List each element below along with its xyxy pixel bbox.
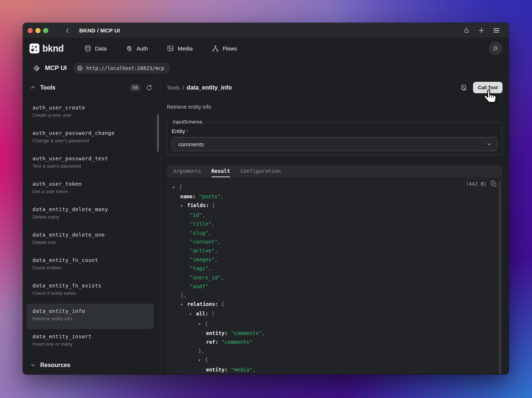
json-line: ], bbox=[172, 291, 497, 300]
json-line: ▼{ bbox=[172, 182, 497, 192]
tool-item[interactable]: auth_user_token Get a user token bbox=[27, 177, 154, 202]
json-line: "tags", bbox=[172, 264, 497, 273]
tool-description: Count entities bbox=[32, 265, 154, 270]
user-avatar[interactable]: D bbox=[489, 42, 502, 55]
tool-item[interactable]: auth_user_password_change Change a user'… bbox=[27, 126, 154, 151]
tool-description: Retrieve entity info bbox=[167, 104, 502, 110]
collapse-triangle-icon[interactable]: ▼ bbox=[189, 310, 196, 319]
server-url-pill[interactable]: http://localhost:28623/mcp bbox=[73, 63, 170, 74]
collapse-triangle-icon[interactable]: ▼ bbox=[172, 183, 179, 192]
nav-item-data[interactable]: Data bbox=[84, 45, 107, 52]
entity-field-label: Entity* bbox=[172, 128, 497, 134]
bell-off-icon[interactable] bbox=[460, 84, 468, 91]
tool-detail-header: Tools / data_entity_info Call Tool bbox=[160, 78, 509, 97]
json-line: "users_id", bbox=[172, 273, 497, 282]
json-line: entity: "media", bbox=[172, 365, 497, 374]
sidebar-scrollbar[interactable] bbox=[157, 114, 159, 152]
tool-name: auth_user_password_test bbox=[32, 156, 154, 161]
tool-name: data_entity_fn_exists bbox=[32, 283, 154, 289]
tool-item[interactable]: data_entity_fn_exists Check if entity ex… bbox=[27, 278, 154, 304]
image-icon bbox=[167, 45, 174, 52]
back-icon[interactable] bbox=[64, 27, 71, 34]
app-navbar: bknd Data Auth Media Flows D bbox=[23, 38, 509, 58]
breadcrumb-separator: / bbox=[182, 84, 184, 91]
fieldset-legend: InputSchema bbox=[171, 119, 204, 125]
result-scrollbar[interactable] bbox=[499, 181, 501, 374]
input-schema-fieldset: InputSchema Entity* comments bbox=[167, 122, 502, 155]
json-line: "asdf" bbox=[172, 282, 497, 291]
menu-icon[interactable] bbox=[493, 27, 500, 34]
json-line: "active", bbox=[172, 246, 497, 255]
close-window-button[interactable] bbox=[28, 28, 33, 33]
tool-description: Test a user's password bbox=[32, 163, 154, 169]
database-icon bbox=[84, 45, 91, 52]
tool-item[interactable]: data_entity_delete_one Delete one bbox=[27, 227, 154, 253]
new-tab-icon[interactable] bbox=[478, 27, 485, 34]
tool-item[interactable]: data_entity_info Retrieve entity info bbox=[27, 304, 154, 329]
tool-description: Insert one or many bbox=[32, 341, 154, 347]
tool-name: data_entity_fn_count bbox=[32, 257, 154, 263]
json-line: ▼all: [ bbox=[172, 309, 497, 319]
collapse-triangle-icon[interactable]: ▼ bbox=[181, 202, 187, 210]
result-size-label: (442 B) bbox=[466, 181, 487, 187]
tab-result[interactable]: Result bbox=[211, 165, 230, 177]
nav-item-flows[interactable]: Flows bbox=[212, 45, 237, 52]
json-line: "slug", bbox=[172, 228, 497, 237]
traffic-lights bbox=[28, 28, 48, 33]
tool-list: auth_user_create Create a new user auth_… bbox=[23, 97, 160, 356]
tool-item[interactable]: auth_user_create Create a new user bbox=[27, 100, 154, 126]
refresh-icon[interactable] bbox=[146, 84, 153, 91]
call-tool-button[interactable]: Call Tool bbox=[473, 82, 503, 93]
tab-arguments[interactable]: Arguments bbox=[173, 165, 201, 177]
page-title: MCP UI bbox=[45, 64, 67, 72]
mcp-logo-icon bbox=[32, 64, 41, 72]
resources-section-header[interactable]: Resources bbox=[23, 356, 160, 374]
fingerprint-icon bbox=[126, 45, 133, 52]
nav-label-flows: Flows bbox=[223, 45, 237, 52]
tools-section-header[interactable]: Tools 50 bbox=[23, 78, 160, 97]
tool-description: Delete many bbox=[32, 214, 154, 220]
json-line: entity: "comments", bbox=[172, 329, 497, 338]
tool-item[interactable]: data_entity_insert Insert one or many bbox=[27, 329, 154, 355]
nav-item-media[interactable]: Media bbox=[167, 45, 193, 52]
json-line: name: "posts", bbox=[172, 192, 497, 201]
breadcrumb-section[interactable]: Tools bbox=[167, 84, 180, 91]
collapse-triangle-icon[interactable]: ▼ bbox=[198, 320, 205, 329]
tool-description: Get a user token bbox=[32, 189, 154, 194]
lock-open-icon[interactable] bbox=[463, 27, 470, 34]
tool-item[interactable]: data_entity_delete_many Delete many bbox=[27, 202, 154, 227]
tool-description: Create a new user bbox=[32, 112, 154, 118]
tools-section-label: Tools bbox=[40, 84, 55, 91]
json-line: ▼{ bbox=[172, 319, 497, 329]
copy-icon[interactable] bbox=[490, 181, 497, 187]
json-result-viewer: (442 B) ▼{name: "posts",▼fields: ["id","… bbox=[167, 177, 502, 374]
entity-select[interactable]: comments bbox=[172, 137, 497, 151]
tool-detail-content: Retrieve entity info InputSchema Entity*… bbox=[160, 97, 509, 374]
minimize-window-button[interactable] bbox=[35, 28, 41, 33]
tools-count-badge: 50 bbox=[130, 84, 141, 91]
nav-label-auth: Auth bbox=[136, 45, 148, 52]
json-line: "images", bbox=[172, 255, 497, 264]
brand-logo[interactable]: bknd bbox=[29, 43, 64, 54]
json-line: ▼{ bbox=[172, 355, 497, 365]
tool-item[interactable]: auth_user_password_test Test a user's pa… bbox=[27, 151, 154, 177]
app-window: BKND / MCP UI bknd bbox=[23, 23, 509, 374]
tab-configuration[interactable]: Configuration bbox=[240, 165, 281, 177]
tools-sidebar: Tools 50 auth_user_create Create a new u… bbox=[23, 78, 160, 374]
zoom-window-button[interactable] bbox=[43, 28, 48, 33]
result-tabs: Arguments Result Configuration bbox=[167, 165, 502, 177]
tool-description: Retrieve entity info bbox=[32, 316, 154, 321]
chevron-down-icon bbox=[486, 142, 492, 147]
window-title: BKND / MCP UI bbox=[79, 27, 120, 34]
breadcrumb-current: data_entity_info bbox=[187, 84, 232, 91]
flow-icon bbox=[212, 45, 219, 52]
nav-item-auth[interactable]: Auth bbox=[126, 45, 148, 52]
json-line: "content", bbox=[172, 237, 497, 246]
tool-item[interactable]: data_entity_fn_count Count entities bbox=[27, 253, 154, 278]
tool-description: Change a user's password bbox=[32, 138, 154, 143]
tool-name: auth_user_token bbox=[32, 181, 154, 187]
subheader: MCP UI http://localhost:28623/mcp bbox=[23, 58, 509, 78]
bknd-logo-icon bbox=[29, 43, 39, 53]
collapse-triangle-icon[interactable]: ▼ bbox=[181, 300, 187, 309]
collapse-triangle-icon[interactable]: ▼ bbox=[198, 356, 205, 365]
